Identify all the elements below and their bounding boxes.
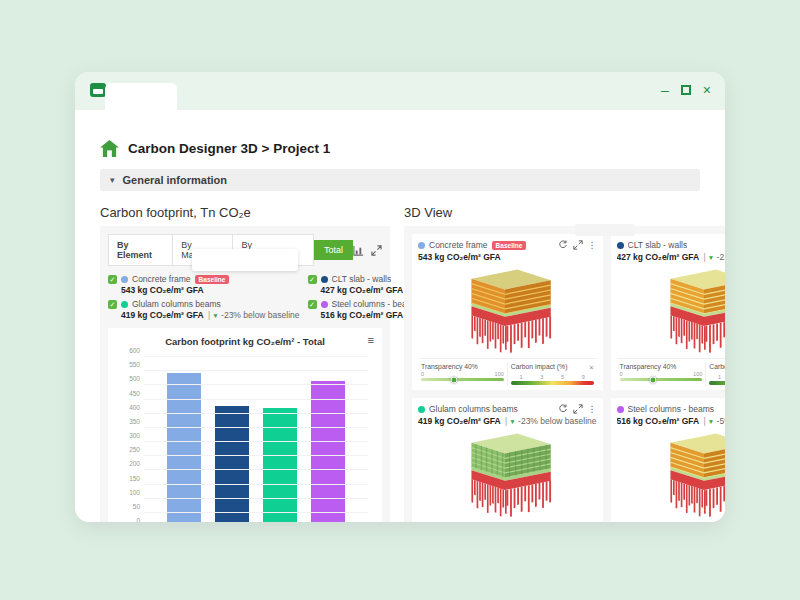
transparency-label: Transparency 40% bbox=[620, 363, 677, 370]
gridline bbox=[144, 370, 368, 371]
bar-concrete-frame bbox=[167, 373, 201, 522]
gridline bbox=[144, 512, 368, 513]
building-3d-model[interactable] bbox=[617, 265, 725, 355]
bar-glulam-columns-beams bbox=[263, 408, 297, 522]
general-information-label: General information bbox=[123, 174, 228, 186]
kebab-menu-icon[interactable]: ⋮ bbox=[588, 404, 597, 414]
legend-label: Glulam columns beams bbox=[132, 299, 221, 309]
card-label: Concrete frame bbox=[429, 240, 488, 250]
impact-tick: 1 bbox=[718, 374, 721, 380]
empty-tooltip bbox=[192, 249, 298, 271]
total-button[interactable]: Total bbox=[314, 240, 353, 260]
gridline bbox=[144, 384, 368, 385]
legend-delta: -23% below baseline bbox=[221, 310, 299, 320]
impact-gradient-bar bbox=[709, 381, 725, 385]
building-3d-model[interactable] bbox=[418, 265, 597, 355]
card-delta: -21% below baseline bbox=[717, 252, 725, 262]
3d-view-card-steel: Steel columns - beams ⋮ 516 kg CO₂e/m² G… bbox=[611, 398, 725, 522]
3d-view-panel: Concrete frame Baseline ⋮ 543 kg CO₂e/m²… bbox=[404, 226, 725, 522]
minimize-icon[interactable]: – bbox=[661, 81, 669, 99]
expand-icon[interactable] bbox=[573, 240, 583, 250]
close-icon[interactable]: × bbox=[589, 363, 593, 372]
expand-icon[interactable] bbox=[573, 404, 583, 414]
impact-tick: 5 bbox=[561, 374, 564, 380]
legend-checkbox[interactable]: ✓ bbox=[108, 275, 117, 284]
impact-tick: 9 bbox=[582, 374, 585, 380]
impact-gradient-bar bbox=[511, 381, 594, 385]
home-icon[interactable] bbox=[100, 140, 119, 157]
baseline-badge: Baseline bbox=[195, 275, 230, 284]
legend-checkbox[interactable]: ✓ bbox=[308, 275, 317, 284]
card-value: 516 kg CO₂e/m² GFA bbox=[617, 416, 700, 426]
transparency-slider[interactable] bbox=[620, 378, 703, 381]
legend-item-concrete-frame: ✓ Concrete frame Baseline 543 kg CO₂e/m²… bbox=[108, 274, 300, 295]
tab-by-element[interactable]: By Element bbox=[108, 234, 173, 266]
building-3d-model[interactable] bbox=[617, 429, 725, 519]
down-arrow-icon: ▼ bbox=[708, 254, 714, 261]
app-window: – × Carbon Designer 3D > Project 1 ▾ Gen… bbox=[75, 72, 725, 522]
transparency-control: Transparency 40% 0100 bbox=[418, 362, 507, 386]
carbon-impact-scale: Carbon impact (%)× 1359 bbox=[507, 362, 597, 386]
card-label: Steel columns - beams bbox=[628, 404, 714, 414]
y-axis-tick: 450 bbox=[116, 389, 140, 396]
slider-max-label: 100 bbox=[495, 371, 504, 377]
y-axis-tick: 400 bbox=[116, 403, 140, 410]
gridline bbox=[144, 441, 368, 442]
gridline bbox=[144, 484, 368, 485]
chart-settings-icon[interactable] bbox=[353, 245, 364, 256]
card-value: 419 kg CO₂e/m² GFA bbox=[418, 416, 501, 426]
gridline bbox=[144, 469, 368, 470]
carbon-impact-scale: Carbon impact (%)× 1359 bbox=[705, 362, 725, 386]
y-axis-tick: 600 bbox=[116, 347, 140, 354]
legend-label: Concrete frame bbox=[132, 274, 191, 284]
series-color-dot bbox=[121, 301, 128, 308]
card-value: 543 kg CO₂e/m² GFA bbox=[418, 252, 501, 262]
legend-value: 427 kg CO₂e/m² GFA bbox=[321, 285, 404, 295]
slider-min-label: 0 bbox=[421, 371, 424, 377]
bar-chart-card: Carbon footprint kg CO₂e/m² - Total ≡ 05… bbox=[108, 328, 382, 522]
impact-tick-labels: 1359 bbox=[511, 374, 594, 380]
card-delta: -23% below baseline bbox=[518, 416, 596, 426]
card-label: Glulam columns beams bbox=[429, 404, 518, 414]
impact-label: Carbon impact (%) bbox=[709, 363, 725, 372]
baseline-badge: Baseline bbox=[492, 241, 527, 250]
chart-legend: ✓ Concrete frame Baseline 543 kg CO₂e/m²… bbox=[108, 274, 382, 320]
transparency-control: Transparency 40% 0100 bbox=[617, 362, 706, 386]
legend-checkbox[interactable]: ✓ bbox=[308, 300, 317, 309]
legend-checkbox[interactable]: ✓ bbox=[108, 300, 117, 309]
slider-knob[interactable] bbox=[451, 376, 458, 383]
y-axis-tick: 550 bbox=[116, 361, 140, 368]
series-color-dot bbox=[321, 276, 328, 283]
3d-view-card-clt: CLT slab - walls ⋮ 427 kg CO₂e/m² GFA |▼… bbox=[611, 234, 725, 390]
expand-icon[interactable] bbox=[371, 245, 382, 256]
building-3d-model[interactable] bbox=[418, 429, 597, 519]
series-color-dot bbox=[418, 406, 425, 413]
impact-tick: 1 bbox=[520, 374, 523, 380]
slider-knob[interactable] bbox=[649, 376, 656, 383]
bar-steel-columns-beams bbox=[311, 381, 345, 522]
y-axis-tick: 200 bbox=[116, 460, 140, 467]
y-axis-tick: 0 bbox=[116, 517, 140, 523]
down-arrow-icon: ▼ bbox=[212, 312, 218, 319]
maximize-icon[interactable] bbox=[681, 85, 691, 95]
breadcrumb[interactable]: Carbon Designer 3D > Project 1 bbox=[100, 140, 700, 157]
general-information-toggle[interactable]: ▾ General information bbox=[100, 169, 700, 191]
transparency-label: Transparency 40% bbox=[421, 363, 478, 370]
carbon-footprint-panel: By Element By Material By Classification… bbox=[100, 226, 390, 522]
title-bar: – × bbox=[75, 72, 725, 110]
rotate-icon[interactable] bbox=[558, 404, 568, 414]
gridline bbox=[144, 413, 368, 414]
slider-min-label: 0 bbox=[620, 371, 623, 377]
y-axis-tick: 150 bbox=[116, 474, 140, 481]
close-icon[interactable]: × bbox=[703, 81, 711, 99]
rotate-icon[interactable] bbox=[558, 240, 568, 250]
breadcrumb-label: Carbon Designer 3D > Project 1 bbox=[128, 141, 330, 156]
chart-menu-icon[interactable]: ≡ bbox=[368, 334, 374, 346]
impact-label: Carbon impact (%) bbox=[511, 363, 568, 372]
transparency-slider[interactable] bbox=[421, 378, 504, 381]
browser-tab[interactable] bbox=[105, 83, 177, 110]
kebab-menu-icon[interactable]: ⋮ bbox=[588, 240, 597, 250]
series-color-dot bbox=[321, 301, 328, 308]
series-color-dot bbox=[121, 276, 128, 283]
series-color-dot bbox=[617, 406, 624, 413]
